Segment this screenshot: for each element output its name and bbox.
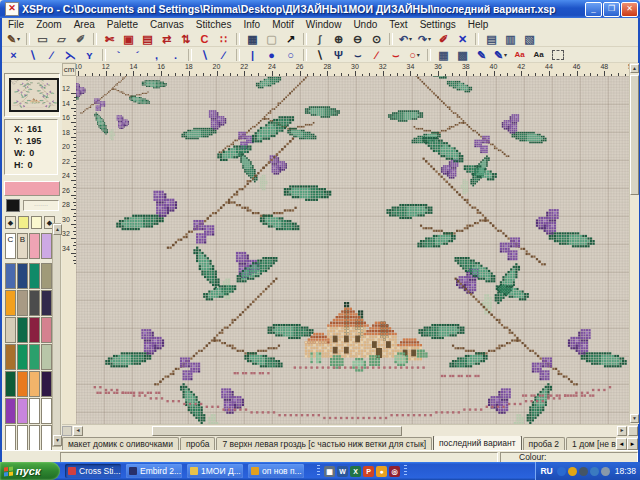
tray-icon-4[interactable]	[601, 467, 610, 476]
palette-swatch-1-2[interactable]	[29, 290, 40, 316]
stitch-canvas-surface[interactable]	[76, 76, 629, 424]
curve-stitch-icon[interactable]: ⌣	[349, 47, 366, 63]
tabs-scroll-right-icon[interactable]: ►	[627, 438, 638, 450]
pattern-tab-3[interactable]: последний вариант	[433, 436, 522, 450]
half-cross-nw-icon[interactable]: ∖	[24, 47, 41, 63]
select-polygon-icon[interactable]: ▱	[53, 31, 70, 47]
palette-swatch-4-2[interactable]	[29, 371, 40, 397]
pattern-tab-4[interactable]: проба 2	[523, 437, 566, 450]
menu-item-motif[interactable]: Motif	[266, 19, 300, 30]
mirror-horizontal-icon[interactable]: ⇄	[158, 31, 175, 47]
vertical-scrollbar[interactable]: ▲ ▼	[629, 63, 639, 424]
taskbar-task-1[interactable]: Embird 2...	[126, 464, 182, 478]
quarter-stitch-nw-icon[interactable]: `	[110, 47, 127, 63]
palette-swatch-4-3[interactable]	[41, 371, 52, 397]
pattern-tab-1[interactable]: проба	[180, 437, 215, 450]
zoom-reset-icon[interactable]: ⊙	[368, 31, 385, 47]
taskbar-task-2[interactable]: 1МОИ Д...	[187, 464, 243, 478]
delete-cross-icon[interactable]: ✕	[454, 31, 471, 47]
excel-app-icon[interactable]: X	[350, 466, 361, 477]
tray-icon-1[interactable]	[568, 467, 577, 476]
close-button[interactable]: ✕	[621, 2, 638, 17]
menu-item-info[interactable]: Info	[237, 19, 266, 30]
palette-swatch-3-3[interactable]	[41, 344, 52, 370]
motif-fill-icon[interactable]: ▦	[435, 47, 452, 63]
menu-item-settings[interactable]: Settings	[414, 19, 462, 30]
stitch-canvas[interactable]	[76, 76, 629, 424]
palette-swatch-top-0[interactable]: C	[5, 233, 16, 259]
half-cross-ne-icon[interactable]: ∕	[43, 47, 60, 63]
palette-swatch-0-3[interactable]	[41, 263, 52, 289]
marquee-icon[interactable]	[549, 47, 566, 63]
menu-item-zoom[interactable]: Zoom	[30, 19, 68, 30]
pen-tool-icon[interactable]: ✎▾	[5, 31, 22, 47]
quarter-stitch-se-icon[interactable]: .	[167, 47, 184, 63]
menu-item-file[interactable]: File	[2, 19, 30, 30]
palette-swatch-5-0[interactable]	[5, 398, 16, 424]
palette-swatch-6-1[interactable]	[17, 425, 28, 450]
redo-icon[interactable]: ↷▾	[416, 31, 433, 47]
bead-filled-icon[interactable]: ●	[263, 47, 280, 63]
pattern-tab-5[interactable]: 1 дом [не весь для стыковки]	[566, 437, 616, 450]
opera-app-icon[interactable]: ◎	[389, 466, 400, 477]
palette-swatch-5-1[interactable]	[17, 398, 28, 424]
title-bar[interactable]: ✕ XSPro - C:\Documents and Settings\Rimm…	[0, 0, 640, 18]
scroll-up-icon[interactable]: ▲	[630, 64, 639, 73]
needle-thread-icon[interactable]: ʃ	[311, 31, 328, 47]
scatter-icon[interactable]: ∷	[215, 31, 232, 47]
export-image-icon[interactable]: ▤	[483, 31, 500, 47]
palette-swatch-1-3[interactable]	[41, 290, 52, 316]
language-indicator[interactable]: RU	[540, 466, 552, 476]
pen-red-blue-icon[interactable]: ✐	[435, 31, 452, 47]
scroll-left-icon[interactable]: ◄	[73, 426, 83, 436]
mirror-vertical-icon[interactable]: ⇅	[177, 31, 194, 47]
maximize-button[interactable]: ❐	[603, 2, 620, 17]
copy-icon[interactable]: ▣	[120, 31, 137, 47]
pencil-blue-icon[interactable]: ✎	[473, 47, 490, 63]
media-app-icon[interactable]: ▦	[324, 466, 335, 477]
vertical-scroll-thumb[interactable]	[630, 75, 639, 195]
powerpoint-app-icon[interactable]: P	[363, 466, 374, 477]
palette-scroll-up-icon[interactable]: ▲	[53, 224, 62, 235]
text-red-icon[interactable]: Aa	[511, 47, 528, 63]
quarter-stitch-sw-icon[interactable]: ,	[148, 47, 165, 63]
export-page-icon[interactable]: ▥	[502, 31, 519, 47]
import-design-icon[interactable]: ▧	[521, 31, 538, 47]
palette-swatch-4-1[interactable]	[17, 371, 28, 397]
dropdown-arrow-icon[interactable]: ▾	[417, 51, 420, 58]
palette-swatch-6-3[interactable]	[41, 425, 52, 450]
tray-icon-0[interactable]	[557, 467, 566, 476]
fork-stitch-icon[interactable]: Ψ	[330, 47, 347, 63]
word-app-icon[interactable]: W	[337, 466, 348, 477]
scroll-right-icon[interactable]: ►	[617, 426, 627, 436]
menu-item-canvas[interactable]: Canvas	[144, 19, 190, 30]
pointer-arrow-icon[interactable]: ↗	[282, 31, 299, 47]
display-grid-icon[interactable]: ▦	[244, 31, 261, 47]
text-black-icon[interactable]: Aa	[530, 47, 547, 63]
select-freehand-icon[interactable]: ✐	[72, 31, 89, 47]
select-rectangle-icon[interactable]: ▭	[34, 31, 51, 47]
palette-swatch-0-0[interactable]	[5, 263, 16, 289]
backstitch-red-icon[interactable]: ∕	[368, 47, 385, 63]
palette-swatch-1-0[interactable]	[5, 290, 16, 316]
curve-red-icon[interactable]: ⌣	[387, 47, 404, 63]
blend-yellow[interactable]	[18, 216, 29, 229]
dropdown-arrow-icon[interactable]: ▾	[428, 35, 431, 42]
palette-swatch-3-2[interactable]	[29, 344, 40, 370]
palette-swatch-2-2[interactable]	[29, 317, 40, 343]
bead-outline-icon[interactable]: ○	[282, 47, 299, 63]
ink-colour-swatch[interactable]	[6, 199, 20, 212]
palette-swatch-3-0[interactable]	[5, 344, 16, 370]
backstitch-left-icon[interactable]: ∖	[196, 47, 213, 63]
menu-item-help[interactable]: Help	[462, 19, 495, 30]
backstitch-right-icon[interactable]: ∕	[215, 47, 232, 63]
palette-swatch-0-2[interactable]	[29, 263, 40, 289]
pencil-blue-alt-icon[interactable]: ✎▾	[492, 47, 509, 63]
palette-scrollbar[interactable]: ▲ ▼	[52, 223, 61, 447]
pattern-tab-0[interactable]: макет домик с оливочками	[62, 437, 179, 450]
circle-red-icon[interactable]: ○▾	[406, 47, 423, 63]
taskbar-task-0[interactable]: Cross Sti...	[65, 464, 121, 478]
dropdown-arrow-icon[interactable]: ▾	[17, 35, 20, 42]
palette-swatch-2-3[interactable]	[41, 317, 52, 343]
cut-icon[interactable]: ✄	[101, 31, 118, 47]
